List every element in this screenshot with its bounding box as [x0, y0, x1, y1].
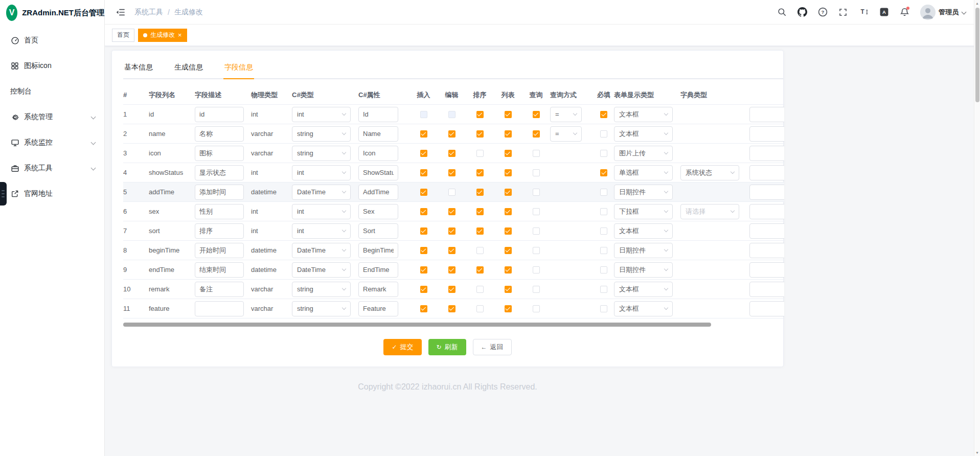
list-checkbox[interactable]: [505, 286, 512, 293]
edit-checkbox[interactable]: [448, 111, 455, 118]
scroll-down-arrow[interactable]: ▼: [974, 449, 980, 456]
list-checkbox[interactable]: [505, 111, 512, 118]
display-type-select[interactable]: 文本框: [614, 223, 673, 239]
required-checkbox[interactable]: [600, 130, 607, 138]
field-description-input[interactable]: [195, 107, 244, 122]
user-menu[interactable]: 管理员: [920, 5, 967, 20]
query-checkbox[interactable]: [533, 169, 540, 176]
required-checkbox[interactable]: [600, 227, 607, 235]
display-type-select[interactable]: 图片上传: [614, 146, 673, 161]
query-checkbox[interactable]: [533, 208, 540, 215]
refresh-button[interactable]: ↻ 刷新: [428, 339, 466, 355]
required-checkbox[interactable]: [600, 286, 607, 293]
app-logo-row[interactable]: V ZRAdmin.NET后台管理: [0, 0, 104, 26]
insert-checkbox[interactable]: [420, 247, 427, 254]
field-description-input[interactable]: [195, 262, 244, 278]
search-button[interactable]: [776, 7, 787, 18]
edit-checkbox[interactable]: [448, 227, 455, 235]
edit-checkbox[interactable]: [448, 286, 455, 293]
sidebar-item-home[interactable]: 首页: [0, 28, 104, 53]
field-description-input[interactable]: [195, 126, 244, 142]
sort-checkbox[interactable]: [476, 130, 484, 138]
csharp-property-input[interactable]: [358, 165, 398, 180]
tab-generate-info[interactable]: 生成信息: [173, 59, 204, 78]
csharp-type-select[interactable]: int: [292, 223, 351, 239]
submit-button[interactable]: ✓ 提交: [383, 339, 421, 355]
query-checkbox[interactable]: [533, 286, 540, 293]
csharp-property-input[interactable]: [358, 107, 398, 122]
edit-checkbox[interactable]: [448, 208, 455, 215]
list-checkbox[interactable]: [505, 130, 512, 138]
field-description-input[interactable]: [195, 243, 244, 258]
extra-input[interactable]: [749, 282, 784, 297]
insert-checkbox[interactable]: [420, 169, 427, 176]
insert-checkbox[interactable]: [420, 130, 427, 138]
edit-checkbox[interactable]: [448, 169, 455, 176]
sidebar-item-website[interactable]: 官网地址: [0, 181, 104, 207]
field-description-input[interactable]: [195, 165, 244, 180]
insert-checkbox[interactable]: [420, 227, 427, 235]
insert-checkbox[interactable]: [420, 286, 427, 293]
csharp-property-input[interactable]: [358, 126, 398, 142]
insert-checkbox[interactable]: [420, 266, 427, 273]
csharp-property-input[interactable]: [358, 282, 398, 297]
csharp-type-select[interactable]: string: [292, 301, 351, 316]
required-checkbox[interactable]: [600, 266, 607, 273]
csharp-property-input[interactable]: [358, 301, 398, 316]
list-checkbox[interactable]: [505, 208, 512, 215]
display-type-select[interactable]: 文本框: [614, 301, 673, 316]
insert-checkbox[interactable]: [420, 208, 427, 215]
edit-checkbox[interactable]: [448, 189, 455, 196]
list-checkbox[interactable]: [505, 189, 512, 196]
display-type-select[interactable]: 单选框: [614, 165, 673, 180]
list-checkbox[interactable]: [505, 227, 512, 235]
edit-checkbox[interactable]: [448, 150, 455, 157]
csharp-type-select[interactable]: DateTime: [292, 243, 351, 258]
extra-input[interactable]: [749, 301, 784, 316]
language-button[interactable]: A: [878, 7, 890, 18]
insert-checkbox[interactable]: [420, 150, 427, 157]
csharp-type-select[interactable]: string: [292, 126, 351, 142]
list-checkbox[interactable]: [505, 150, 512, 157]
list-checkbox[interactable]: [505, 247, 512, 254]
sort-checkbox[interactable]: [476, 111, 484, 118]
display-type-select[interactable]: 文本框: [614, 282, 673, 297]
csharp-property-input[interactable]: [358, 223, 398, 239]
csharp-property-input[interactable]: [358, 185, 398, 200]
extra-input[interactable]: [749, 204, 784, 219]
csharp-type-select[interactable]: string: [292, 282, 351, 297]
sidebar-item-system-management[interactable]: 系统管理: [0, 104, 104, 130]
fold-sidebar-button[interactable]: [115, 7, 126, 18]
display-type-select[interactable]: 日期控件: [614, 243, 673, 258]
sort-checkbox[interactable]: [476, 286, 484, 293]
sidebar-item-system-tools[interactable]: 系统工具: [0, 155, 104, 181]
sidebar-item-console[interactable]: 控制台: [0, 79, 104, 104]
tab-field-info[interactable]: 字段信息: [223, 59, 254, 78]
insert-checkbox[interactable]: [420, 111, 427, 118]
extra-input[interactable]: [749, 243, 784, 258]
back-button[interactable]: ← 返回: [473, 339, 512, 355]
sort-checkbox[interactable]: [476, 305, 484, 312]
csharp-type-select[interactable]: int: [292, 107, 351, 122]
required-checkbox[interactable]: [600, 189, 607, 196]
required-checkbox[interactable]: [600, 305, 607, 312]
query-mode-select[interactable]: =: [550, 126, 582, 142]
edit-checkbox[interactable]: [448, 130, 455, 138]
extra-input[interactable]: [749, 126, 784, 142]
extra-input[interactable]: [749, 223, 784, 239]
query-checkbox[interactable]: [533, 266, 540, 273]
vertical-scrollbar-thumb[interactable]: [975, 8, 979, 102]
tab-basic-info[interactable]: 基本信息: [123, 59, 154, 78]
field-description-input[interactable]: [195, 301, 244, 316]
sort-checkbox[interactable]: [476, 189, 484, 196]
query-mode-select[interactable]: =: [550, 107, 582, 122]
sort-checkbox[interactable]: [476, 169, 484, 176]
field-description-input[interactable]: [195, 204, 244, 219]
extra-input[interactable]: [749, 107, 784, 122]
list-checkbox[interactable]: [505, 305, 512, 312]
list-checkbox[interactable]: [505, 169, 512, 176]
horizontal-scrollbar-thumb[interactable]: [123, 323, 711, 327]
field-description-input[interactable]: [195, 146, 244, 161]
csharp-type-select[interactable]: int: [292, 204, 351, 219]
insert-checkbox[interactable]: [420, 305, 427, 312]
